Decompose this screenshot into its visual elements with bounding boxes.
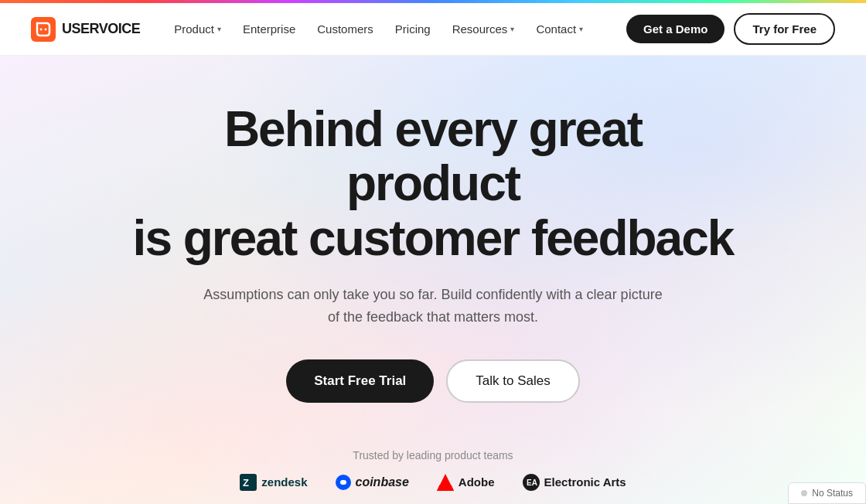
svg-rect-0 xyxy=(31,17,56,42)
navbar: USERVOICE Product ▾ Enterprise Customers… xyxy=(0,3,866,56)
resources-chevron-icon: ▾ xyxy=(510,25,514,33)
hero-section: Behind every great product is great cust… xyxy=(0,56,866,504)
status-bar: No Status xyxy=(788,482,866,504)
electronic-arts-logo: EA Electronic Arts xyxy=(523,474,626,491)
trusted-logos: Z zendesk coinbase Adobe xyxy=(240,474,626,491)
start-free-trial-button[interactable]: Start Free Trial xyxy=(286,359,434,403)
zendesk-icon: Z xyxy=(240,474,257,491)
svg-text:EA: EA xyxy=(527,478,537,487)
svg-point-1 xyxy=(40,28,43,30)
zendesk-logo: Z zendesk xyxy=(240,474,307,491)
hero-buttons: Start Free Trial Talk to Sales xyxy=(131,359,735,403)
nav-resources-label: Resources xyxy=(452,22,508,36)
nav-pricing-label: Pricing xyxy=(395,22,431,36)
hero-subtitle: Assumptions can only take you so far. Bu… xyxy=(201,284,665,329)
nav-product-label: Product xyxy=(174,22,214,36)
get-demo-button[interactable]: Get a Demo xyxy=(626,15,725,43)
hero-title-line2: is great customer feedback xyxy=(133,210,734,266)
hero-title-line1: Behind every great product xyxy=(224,101,642,211)
trusted-section: Trusted by leading product teams Z zende… xyxy=(240,449,626,491)
adobe-label: Adobe xyxy=(459,475,495,489)
svg-rect-6 xyxy=(340,480,346,485)
nav-links: Product ▾ Enterprise Customers Pricing R… xyxy=(165,16,626,42)
coinbase-icon xyxy=(336,475,351,490)
product-chevron-icon: ▾ xyxy=(217,25,221,33)
svg-text:Z: Z xyxy=(243,477,249,489)
adobe-icon xyxy=(437,474,454,491)
nav-item-contact[interactable]: Contact ▾ xyxy=(527,16,592,42)
contact-chevron-icon: ▾ xyxy=(579,25,583,33)
zendesk-label: zendesk xyxy=(261,475,307,489)
nav-item-pricing[interactable]: Pricing xyxy=(386,16,440,42)
nav-enterprise-label: Enterprise xyxy=(243,22,295,36)
coinbase-logo: coinbase xyxy=(336,475,409,490)
nav-item-customers[interactable]: Customers xyxy=(308,16,383,42)
coinbase-label: coinbase xyxy=(356,475,409,489)
nav-item-product[interactable]: Product ▾ xyxy=(165,16,230,42)
ea-label: Electronic Arts xyxy=(544,475,626,489)
svg-point-2 xyxy=(45,28,47,30)
status-label: No Status xyxy=(812,488,853,499)
ea-icon: EA xyxy=(523,474,540,491)
hero-content: Behind every great product is great cust… xyxy=(131,102,735,449)
logo-text: USERVOICE xyxy=(62,21,140,37)
nav-customers-label: Customers xyxy=(317,22,373,36)
adobe-logo: Adobe xyxy=(437,474,495,491)
try-free-button[interactable]: Try for Free xyxy=(734,13,835,45)
nav-item-enterprise[interactable]: Enterprise xyxy=(234,16,305,42)
nav-item-resources[interactable]: Resources ▾ xyxy=(443,16,524,42)
uservoice-logo-icon xyxy=(31,17,56,42)
nav-contact-label: Contact xyxy=(536,22,576,36)
status-dot-icon xyxy=(801,490,807,496)
nav-actions: Get a Demo Try for Free xyxy=(626,13,835,45)
hero-title: Behind every great product is great cust… xyxy=(131,102,735,265)
trusted-text: Trusted by leading product teams xyxy=(240,449,626,461)
logo[interactable]: USERVOICE xyxy=(31,17,140,42)
talk-to-sales-button[interactable]: Talk to Sales xyxy=(446,359,579,403)
